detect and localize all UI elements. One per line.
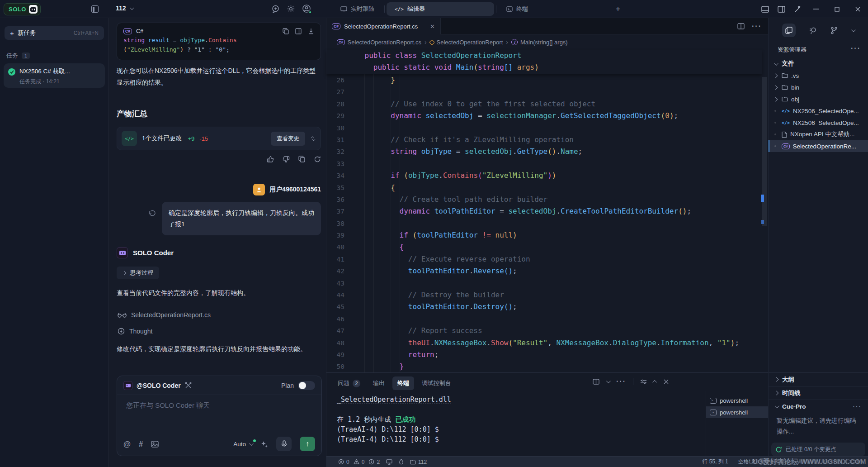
outline-section[interactable]: 大纲 (769, 372, 868, 386)
restore-checkpoint-icon[interactable] (148, 210, 156, 217)
send-button[interactable]: ↑ (300, 437, 315, 451)
breadcrumb-item[interactable]: C#SelectedOperationReport.cs (337, 39, 421, 46)
layout-panel-icon[interactable] (757, 0, 773, 18)
code-line[interactable]: 33 (326, 158, 768, 170)
code-line[interactable]: 27 (326, 86, 768, 98)
terminal-file-link[interactable]: _SelectedOperationReport.dll (337, 396, 451, 404)
file-tree-item[interactable]: .vs (769, 70, 868, 81)
code-viewport[interactable]: 26 }2728 // Use index 0 to get the first… (326, 74, 768, 372)
panel-tab-问题[interactable]: 问题2 (333, 376, 365, 390)
plan-toggle[interactable] (298, 381, 315, 390)
breadcrumb[interactable]: C#SelectedOperationReport.cs›SelectedOpe… (326, 34, 768, 50)
more-views-chevron[interactable] (851, 28, 856, 32)
sticky-line[interactable]: public class SelectedOperationReport (326, 50, 762, 62)
code-line[interactable]: 32 string objType = selectedObj.GetType(… (326, 146, 768, 157)
search-icon[interactable] (809, 27, 817, 34)
chat-session-title[interactable]: 112 (116, 5, 133, 12)
code-line[interactable]: 45 toolPathEditor.Destroy(); (326, 301, 768, 313)
panel-tab-调试控制台[interactable]: 调试控制台 (417, 376, 456, 390)
code-line[interactable]: 50 } (326, 361, 768, 372)
file-tree-item[interactable]: obj (769, 93, 868, 105)
debug-icon[interactable] (399, 459, 404, 465)
terminal-instance[interactable]: >_powershell (706, 395, 768, 406)
file-tree-item[interactable]: </>NX2506_SelectedOpe... (769, 105, 868, 117)
account-icon[interactable] (302, 4, 311, 13)
thought-reference[interactable]: Thought (118, 328, 152, 335)
regenerate-icon[interactable] (314, 156, 321, 163)
thinking-process-toggle[interactable]: 思考过程 (117, 267, 159, 279)
code-line[interactable]: 46 (326, 313, 768, 325)
panel-tab-终端[interactable]: 终端 (392, 376, 414, 390)
code-line[interactable]: 47 // Report success (326, 325, 768, 337)
code-line[interactable]: 39 if (toolPathEditor != null) (326, 229, 768, 241)
add-workspace-tab-button[interactable]: + (612, 5, 624, 14)
file-tree-item[interactable]: bin (769, 81, 868, 93)
split-editor-icon[interactable] (737, 23, 745, 29)
voice-input-button[interactable] (276, 437, 292, 451)
code-line[interactable]: 38 (326, 218, 768, 229)
cursor-position-status[interactable]: 行 55, 列 1 (702, 458, 728, 466)
cuepro-more-icon[interactable]: ··· (853, 403, 868, 410)
terminal-output[interactable]: _SelectedOperationReport.dll在 1.2 秒内生成 已… (337, 395, 451, 444)
thumbs-down-icon[interactable] (283, 156, 290, 163)
breadcrumb-item[interactable]: fMain(string[] args) (511, 39, 568, 46)
code-line[interactable]: 40 { (326, 241, 768, 253)
view-changes-button[interactable]: 查看变更 (271, 132, 305, 146)
file-tree-item[interactable]: </>NX2506_SelectedOpe... (769, 117, 868, 129)
editor-tab[interactable]: C# SelectedOperationReport.cs ✕ (326, 18, 441, 34)
terminal-instance[interactable]: ✦powershell (706, 406, 768, 418)
code-line[interactable]: 36 // Create tool path editor builder (326, 194, 768, 205)
breadcrumb-item[interactable]: SelectedOperationReport (430, 39, 503, 46)
code-line[interactable]: 49 return; (326, 349, 768, 361)
code-line[interactable]: 37 dynamic toolPathEditor = selectedObj.… (326, 205, 768, 217)
code-line[interactable]: 29 dynamic selectedObj = selectionManage… (326, 110, 768, 122)
user-message-bubble[interactable]: 确定是深度轮廓后，执行刀轨编辑，刀轨反向。成功了报1 (162, 202, 321, 235)
changes-card[interactable]: </> 1个文件已更改 +9 -15 查看变更 (117, 127, 321, 150)
sidebar-toggle-icon[interactable] (91, 5, 99, 13)
workspace-folder-status[interactable]: 112 (410, 459, 427, 465)
sticky-line[interactable]: public static void Main(string[] args) (326, 62, 762, 73)
file-read-reference[interactable]: SelectedOperationReport.cs (118, 311, 211, 319)
file-tree-item[interactable]: C#SelectedOperationRe... (769, 140, 868, 152)
thumbs-up-icon[interactable] (267, 156, 274, 163)
ports-icon[interactable] (386, 459, 392, 465)
timeline-section[interactable]: 时间线 (769, 386, 868, 400)
file-tree-item[interactable]: NXopen API 中文帮助... (769, 129, 868, 140)
workspace-tab-3[interactable]: 终端 (498, 2, 606, 16)
explorer-view-icon[interactable] (782, 24, 796, 37)
close-tab-icon[interactable]: ✕ (430, 23, 435, 30)
split-terminal-icon[interactable] (593, 379, 599, 385)
expand-changes-icon[interactable] (310, 136, 316, 141)
copy-code-icon[interactable] (283, 28, 289, 34)
terminal-more-icon[interactable]: ··· (616, 377, 626, 386)
agent-label[interactable]: @SOLO Coder (137, 382, 181, 389)
mode-selector[interactable]: Auto (233, 441, 252, 448)
mention-icon[interactable]: @ (123, 440, 131, 448)
apply-code-icon[interactable] (308, 28, 314, 34)
more-actions-icon[interactable]: ··· (752, 22, 762, 30)
agent-tools-icon[interactable] (185, 382, 192, 389)
code-line[interactable]: 42 toolPathEditor.Reverse(); (326, 265, 768, 277)
workspace-tab-2[interactable]: </>编辑器 (387, 2, 494, 16)
settings-gear-icon[interactable] (287, 5, 295, 13)
code-line[interactable]: 41 // Execute reverse operation (326, 253, 768, 265)
cuepro-status-card[interactable]: 已处理 0/0 个变更点 (771, 443, 865, 456)
code-line[interactable]: 35 { (326, 182, 768, 194)
file-tree-section[interactable]: 文件 (769, 58, 868, 70)
code-line[interactable]: 28 // Use index 0 to get the first selec… (326, 98, 768, 110)
code-line[interactable]: 31 // Check if it's a ZLevelMilling oper… (326, 134, 768, 146)
terminal-settings-icon[interactable] (640, 379, 647, 385)
copy-response-icon[interactable] (298, 156, 305, 163)
cuepro-section[interactable]: Cue-Pro ··· (769, 400, 868, 413)
close-window-button[interactable] (847, 0, 868, 18)
sparkle-icon[interactable] (260, 440, 268, 448)
source-control-icon[interactable] (830, 27, 838, 34)
panel-tab-输出[interactable]: 输出 (368, 376, 390, 390)
tools-icon[interactable] (789, 0, 806, 18)
terminal-profile-chevron[interactable] (606, 379, 611, 383)
attach-image-icon[interactable] (151, 441, 159, 448)
secondary-sidebar-icon[interactable] (773, 0, 789, 18)
minimize-button[interactable] (806, 0, 826, 18)
editor-scrollbar[interactable] (762, 77, 767, 226)
code-line[interactable]: 43 (326, 277, 768, 289)
